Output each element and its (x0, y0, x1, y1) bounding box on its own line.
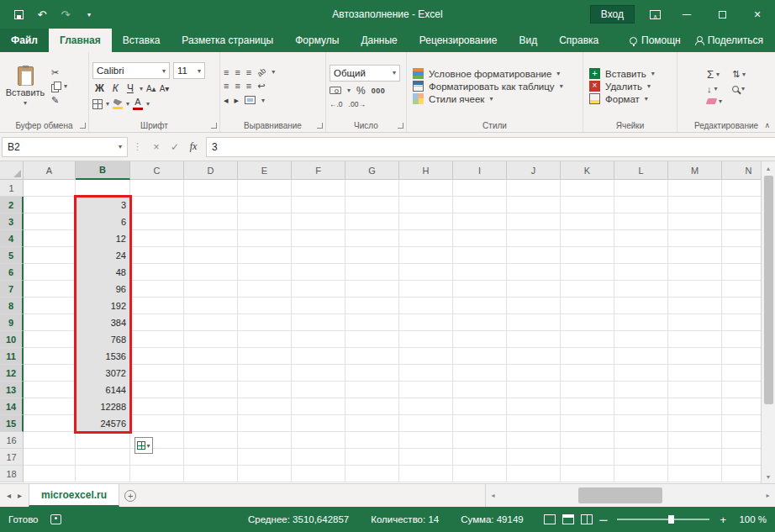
row-header-18[interactable]: 18 (0, 466, 24, 482)
cell-H13[interactable] (399, 382, 453, 398)
cell-L6[interactable] (614, 264, 668, 281)
cell-B8[interactable]: 192 (76, 298, 130, 314)
cell-E11[interactable] (238, 348, 292, 365)
cell-L7[interactable] (614, 281, 668, 298)
cell-F17[interactable] (292, 449, 345, 466)
cell-D4[interactable] (184, 230, 238, 247)
cell-A9[interactable] (24, 314, 76, 331)
align-middle-button[interactable]: ≡ (235, 67, 240, 77)
cell-N5[interactable] (722, 247, 761, 264)
tab-data[interactable]: Данные (350, 29, 408, 52)
cell-F3[interactable] (292, 213, 345, 230)
next-sheet-button[interactable]: ▸ (18, 491, 22, 500)
row-header-8[interactable]: 8 (0, 298, 24, 314)
cell-H6[interactable] (399, 264, 453, 281)
cell-G6[interactable] (345, 264, 399, 281)
borders-icon[interactable] (92, 99, 103, 109)
cell-A8[interactable] (24, 298, 76, 314)
cell-B11[interactable]: 1536 (76, 348, 130, 365)
tab-home[interactable]: Главная (49, 29, 112, 52)
cell-B16[interactable] (76, 432, 130, 449)
cell-H8[interactable] (399, 298, 453, 314)
cell-H7[interactable] (399, 281, 453, 298)
cell-G10[interactable] (345, 331, 399, 348)
cell-K12[interactable] (561, 365, 614, 382)
cell-M1[interactable] (668, 180, 722, 197)
cell-D10[interactable] (184, 331, 238, 348)
zoom-slider-thumb[interactable] (668, 515, 674, 524)
cell-M8[interactable] (668, 298, 722, 314)
tab-formulas[interactable]: Формулы (284, 29, 350, 52)
cell-F6[interactable] (292, 264, 345, 281)
cell-H2[interactable] (399, 197, 453, 213)
cell-K3[interactable] (561, 213, 614, 230)
font-color-button[interactable]: А (133, 97, 143, 110)
vertical-scroll-thumb[interactable] (764, 176, 773, 404)
orientation-button[interactable]: ab (256, 66, 267, 77)
cell-J7[interactable] (507, 281, 561, 298)
cell-B7[interactable]: 96 (76, 281, 130, 298)
cell-G1[interactable] (345, 180, 399, 197)
cell-E9[interactable] (238, 314, 292, 331)
cell-D9[interactable] (184, 314, 238, 331)
cell-J12[interactable] (507, 365, 561, 382)
cell-B17[interactable] (76, 449, 130, 466)
cell-H12[interactable] (399, 365, 453, 382)
cell-M10[interactable] (668, 331, 722, 348)
cell-I13[interactable] (453, 382, 507, 398)
formula-input[interactable]: 3 (206, 137, 775, 157)
cell-E12[interactable] (238, 365, 292, 382)
cell-N8[interactable] (722, 298, 761, 314)
fill-button[interactable]: ↓▾ (707, 84, 722, 94)
cell-D8[interactable] (184, 298, 238, 314)
cell-A4[interactable] (24, 230, 76, 247)
cell-B2[interactable]: 3 (76, 197, 130, 213)
cell-K2[interactable] (561, 197, 614, 213)
normal-view-button[interactable] (544, 514, 556, 524)
tab-insert[interactable]: Вставка (112, 29, 171, 52)
cell-L2[interactable] (614, 197, 668, 213)
cell-I15[interactable] (453, 415, 507, 432)
page-layout-view-button[interactable] (562, 514, 574, 524)
number-dialog-launcher-icon[interactable] (398, 123, 403, 129)
cell-K5[interactable] (561, 247, 614, 264)
column-header-G[interactable]: G (345, 161, 399, 180)
cell-A6[interactable] (24, 264, 76, 281)
cell-E4[interactable] (238, 230, 292, 247)
cell-I5[interactable] (453, 247, 507, 264)
cell-G13[interactable] (345, 382, 399, 398)
fill-color-button[interactable] (113, 99, 123, 109)
horizontal-scrollbar[interactable]: ◂ ▸ (485, 484, 775, 507)
align-center-button[interactable]: ≡ (235, 81, 240, 91)
cell-G12[interactable] (345, 365, 399, 382)
scroll-up-button[interactable]: ▲ (762, 161, 775, 175)
cell-C18[interactable] (130, 466, 184, 482)
cell-H9[interactable] (399, 314, 453, 331)
paste-button[interactable]: Вставить ▾ (3, 66, 47, 107)
cell-I10[interactable] (453, 331, 507, 348)
cell-F16[interactable] (292, 432, 345, 449)
autofill-options-button[interactable]: ▾ (134, 437, 153, 454)
cell-B12[interactable]: 3072 (76, 365, 130, 382)
cell-N15[interactable] (722, 415, 761, 432)
cell-H14[interactable] (399, 398, 453, 415)
cell-N9[interactable] (722, 314, 761, 331)
cell-H15[interactable] (399, 415, 453, 432)
cell-D7[interactable] (184, 281, 238, 298)
redo-button[interactable]: ↷ (55, 4, 76, 24)
cell-J9[interactable] (507, 314, 561, 331)
row-header-16[interactable]: 16 (0, 432, 24, 449)
ribbon-display-options-icon[interactable]: ∧ (650, 10, 661, 19)
cell-K14[interactable] (561, 398, 614, 415)
cell-L15[interactable] (614, 415, 668, 432)
row-header-12[interactable]: 12 (0, 365, 24, 382)
cell-D2[interactable] (184, 197, 238, 213)
cell-B10[interactable]: 768 (76, 331, 130, 348)
cell-M15[interactable] (668, 415, 722, 432)
cell-N6[interactable] (722, 264, 761, 281)
tab-page-layout[interactable]: Разметка страницы (171, 29, 284, 52)
cell-C11[interactable] (130, 348, 184, 365)
cell-M16[interactable] (668, 432, 722, 449)
assistant-button[interactable]: Помощн (630, 34, 681, 46)
delete-cells-button[interactable]: ×Удалить▾ (587, 80, 653, 92)
